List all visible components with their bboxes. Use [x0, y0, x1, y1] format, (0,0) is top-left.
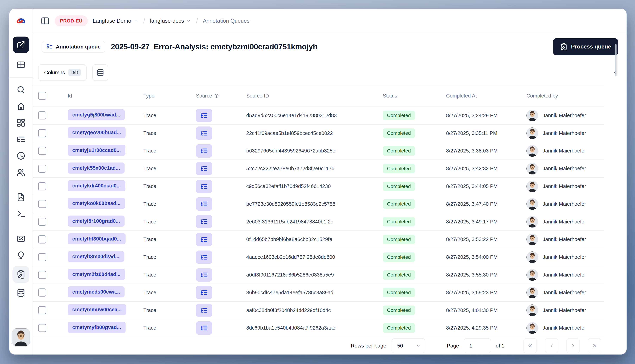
column-header-type[interactable]: Type [143, 93, 196, 99]
table-row[interactable]: cmetyk55x00c1ad... Trace 52c72c2222ea78e… [33, 160, 604, 178]
row-checkbox[interactable] [38, 306, 46, 314]
source-trace-button[interactable] [196, 268, 212, 282]
org-switcher[interactable]: Langfuse Demo [93, 18, 138, 24]
item-id-badge[interactable]: cmetyju1r00ccad0... [68, 145, 125, 156]
item-id-badge[interactable]: cmetym2fz00d4ad... [68, 269, 125, 280]
project-switcher[interactable]: langfuse-docs [150, 18, 191, 24]
row-checkbox[interactable] [38, 288, 46, 296]
playground-terminal-icon[interactable] [16, 209, 26, 218]
rows-per-page-select[interactable]: 50 [391, 338, 425, 353]
item-id-badge[interactable]: cmetymeds00cwa... [68, 286, 125, 298]
item-id-badge[interactable]: cmetymyfb00gvad... [68, 322, 126, 333]
source-trace-button[interactable] [196, 162, 212, 175]
item-id-badge[interactable]: cmetyg5j800bwad... [68, 109, 125, 120]
column-header-source-id[interactable]: Source ID [246, 93, 383, 99]
item-id-badge[interactable]: cmetylht300bqad0... [68, 233, 126, 244]
row-checkbox[interactable] [38, 112, 46, 120]
insights-lightbulb-icon[interactable] [16, 250, 26, 260]
item-type: Trace [143, 219, 196, 225]
item-id-badge[interactable]: cmetyko0k00bsad... [68, 198, 125, 209]
row-checkbox[interactable] [38, 200, 46, 208]
info-icon[interactable] [214, 94, 219, 98]
row-checkbox[interactable] [38, 147, 46, 155]
source-trace-button[interactable] [196, 286, 212, 299]
table-row[interactable]: cmetygeov00buad... Trace 22c41f09acae5b1… [33, 124, 604, 142]
table-row[interactable]: cmetykdr400ciad0... Trace c9d56ca32efaff… [33, 178, 604, 195]
source-trace-button[interactable] [196, 126, 212, 140]
column-header-completed-at[interactable]: Completed At [446, 93, 526, 99]
dashboard-icon[interactable] [16, 118, 26, 128]
completed-by-avatar [526, 216, 538, 228]
columns-button[interactable]: Columns 8/8 [38, 64, 87, 81]
traces-tree-icon[interactable] [16, 134, 26, 144]
item-id-badge[interactable]: cmetymmuw00cea... [68, 304, 126, 315]
prompts-file-code-icon[interactable] [16, 192, 26, 202]
completed-by-name: Jannik Maierhoefer [543, 325, 586, 331]
search-icon[interactable] [16, 85, 26, 94]
item-id-badge[interactable]: cmetyk55x00c1ad... [68, 162, 125, 174]
row-height-button[interactable] [92, 64, 108, 81]
item-id-badge[interactable]: cmetykdr400ciad0... [68, 180, 125, 191]
next-page-button[interactable] [566, 338, 580, 353]
item-type: Trace [143, 201, 196, 207]
evaluators-percent-icon[interactable] [16, 234, 26, 244]
table-row[interactable]: cmetymeds00cwa... Trace 36b90cdfc47e5da1… [33, 284, 604, 302]
source-id: d5ad9d52a00c6e14e1d4192880312d83 [246, 112, 383, 118]
row-checkbox[interactable] [38, 324, 46, 332]
table-row[interactable]: cmetylht300bqad0... Trace 0f1dd65b7bb9bf… [33, 231, 604, 248]
table-row[interactable]: cmetyju1r00ccad0... Trace b63297665cfd44… [33, 142, 604, 160]
last-page-button[interactable] [588, 338, 601, 353]
source-trace-button[interactable] [196, 321, 212, 335]
table-row[interactable]: cmetymyfb00gvad... Trace 8dc69b1ba1e540b… [33, 320, 604, 337]
table-view-icon[interactable] [16, 60, 26, 70]
row-checkbox[interactable] [38, 164, 46, 173]
row-checkbox[interactable] [38, 236, 46, 244]
source-trace-button[interactable] [196, 233, 212, 246]
annotation-queues-clipboard-icon[interactable] [13, 266, 29, 283]
select-all-checkbox[interactable] [38, 92, 46, 100]
item-id-badge[interactable]: cmetylt3m00d2ad... [68, 251, 124, 262]
row-checkbox[interactable] [38, 218, 46, 226]
sessions-clock-icon[interactable] [16, 151, 26, 160]
source-trace-button[interactable] [196, 250, 212, 264]
table-row[interactable]: cmetylt3m00d2ad... Trace 4aaece1603cb2e1… [33, 248, 604, 266]
column-header-completed-by[interactable]: Completed by [526, 93, 604, 99]
table-row[interactable]: cmetyko0k00bsad... Trace be7723e30d80205… [33, 195, 604, 213]
table-row[interactable]: cmetyl5r100grad0... Trace 2e603f31361115… [33, 213, 604, 231]
first-page-button[interactable] [523, 338, 537, 353]
completed-by-name: Jannik Maierhoefer [543, 112, 586, 118]
row-checkbox[interactable] [38, 253, 46, 261]
column-header-id[interactable]: Id [68, 93, 143, 99]
users-icon[interactable] [16, 168, 26, 177]
table-row[interactable]: cmetymmuw00cea... Trace aaf0c38db0f3f204… [33, 302, 604, 320]
item-id-badge[interactable]: cmetygeov00buad... [68, 127, 126, 138]
item-id-badge[interactable]: cmetyl5r100grad0... [68, 216, 125, 226]
table-body: cmetyg5j800bwad... Trace d5ad9d52a00c6e1… [33, 107, 604, 337]
process-queue-button[interactable]: Process queue [553, 38, 618, 55]
page-input[interactable] [464, 338, 491, 353]
source-trace-button[interactable] [196, 109, 212, 122]
scrollbar-thumb[interactable] [615, 44, 616, 76]
home-icon[interactable] [16, 102, 26, 111]
table-row[interactable]: cmetyg5j800bwad... Trace d5ad9d52a00c6e1… [33, 107, 604, 124]
queue-type-badge[interactable]: Annotation queue [42, 41, 105, 52]
open-project-button[interactable] [13, 36, 29, 53]
row-checkbox[interactable] [38, 129, 46, 137]
previous-page-button[interactable] [545, 338, 558, 353]
user-avatar[interactable] [12, 328, 30, 346]
source-trace-button[interactable] [196, 215, 212, 228]
column-header-status[interactable]: Status [383, 93, 446, 99]
completed-by-name: Jannik Maierhoefer [543, 201, 586, 207]
source-trace-button[interactable] [196, 144, 212, 158]
row-checkbox[interactable] [38, 182, 46, 190]
datasets-database-icon[interactable] [16, 288, 26, 298]
sidebar-toggle-button[interactable] [41, 16, 50, 26]
table-row[interactable]: cmetym2fz00d4ad... Trace a0df3f901167218… [33, 266, 604, 284]
column-header-source[interactable]: Source [196, 93, 246, 99]
source-header-label: Source [196, 93, 212, 99]
table-footer: Rows per page 50 Page of 1 [33, 337, 604, 354]
source-trace-button[interactable] [196, 304, 212, 317]
source-trace-button[interactable] [196, 197, 212, 211]
row-checkbox[interactable] [38, 271, 46, 279]
source-trace-button[interactable] [196, 180, 212, 193]
